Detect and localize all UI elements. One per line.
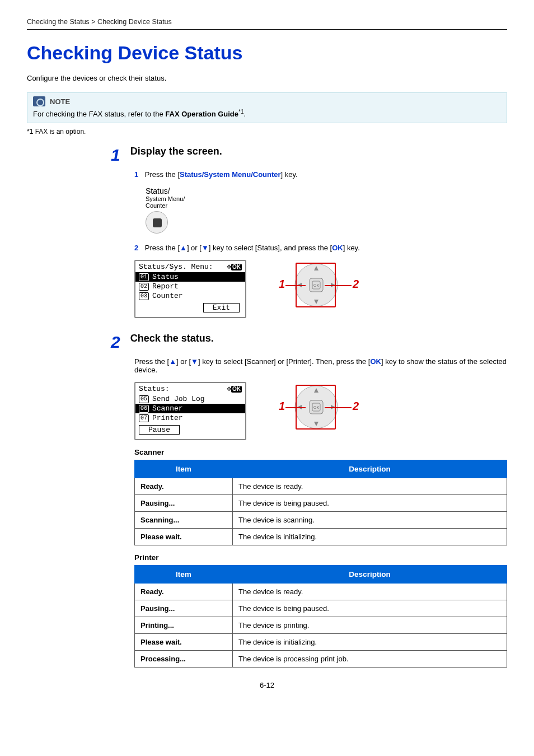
printer-subhead: Printer (134, 553, 507, 562)
text: Press the [ (145, 244, 180, 252)
lcd-row-num: 03 (139, 292, 149, 300)
cell-desc: The device is processing print job. (233, 651, 507, 668)
table-row: Ready.The device is ready. (135, 478, 507, 495)
table-header-item: Item (135, 566, 233, 584)
step2-visual-row: Status: ✥OK 05 Send Job Log 06 Scanner 0… (134, 382, 507, 440)
table-row: Please wait.The device is initializing. (135, 634, 507, 651)
lcd-row-num: 05 (139, 395, 149, 403)
text: ] or [ (187, 244, 202, 252)
lcd-row-num: 01 (139, 273, 149, 281)
step1-sub2: 2 Press the [▲] or [▼] key to select [St… (134, 244, 507, 252)
panel-label2: System Menu/ (146, 195, 206, 202)
page-number: 6-12 (27, 681, 507, 689)
table-row: Pausing...The device is being paused. (135, 600, 507, 617)
nav-diagram-2: OK 1 2 (269, 382, 369, 432)
nav-glyph: ✥OK (227, 384, 242, 393)
intro-text: Configure the devices or check their sta… (27, 74, 507, 82)
lcd-title: Status: (139, 385, 170, 393)
panel-label3: Counter (146, 202, 206, 209)
callout-2: 2 (353, 400, 359, 413)
round-button-icon (146, 211, 168, 234)
cell-item: Pausing... (135, 600, 233, 617)
lcd-row-text: Counter (152, 292, 183, 300)
note-text: For checking the FAX status, refer to th… (33, 110, 165, 118)
scanner-subhead: Scanner (134, 448, 507, 456)
step1-heading: Display the screen. (130, 146, 222, 157)
lcd-row-text: Report (152, 282, 179, 291)
step1-sub1: 1 Press the [Status/System Menu/Counter]… (134, 170, 507, 179)
cell-item: Ready. (135, 584, 233, 600)
note-icon (33, 96, 45, 106)
divider (27, 29, 507, 30)
cell-desc: The device is initializing. (233, 634, 507, 651)
step1-visual-row: Status/Sys. Menu: ✥OK 01 Status 02 Repor… (134, 260, 507, 318)
cell-item: Scanning... (135, 512, 233, 529)
lcd-row-text: Scanner (152, 404, 183, 413)
table-row: Scanning...The device is scanning. (135, 512, 507, 529)
text: Press the [ (134, 357, 169, 366)
scanner-table: Item Description Ready.The device is rea… (134, 460, 507, 545)
lcd-soft-button: Pause (139, 425, 180, 435)
cell-item: Please wait. (135, 529, 233, 545)
callout-2: 2 (353, 278, 359, 291)
note-guide-ref: FAX Operation Guide (165, 110, 238, 118)
table-row: Printing...The device is printing. (135, 617, 507, 634)
note-box: NOTE For checking the FAX status, refer … (27, 92, 507, 123)
hardware-key-label: Status/ System Menu/ Counter (146, 186, 206, 234)
cell-desc: The device is printing. (233, 617, 507, 634)
text: ] key to select [Status], and press the … (209, 244, 332, 252)
breadcrumb: Checking the Status > Checking Device St… (27, 18, 507, 26)
lcd-row-text: Status (152, 273, 179, 281)
footnote: *1 FAX is an option. (27, 128, 507, 136)
table-row: Please wait.The device is initializing. (135, 529, 507, 545)
table-row: Pausing...The device is being paused. (135, 495, 507, 512)
text: ] key. (343, 244, 360, 252)
table-row: Ready.The device is ready. (135, 584, 507, 600)
cell-desc: The device is initializing. (233, 529, 507, 545)
step2-number: 2 (111, 333, 120, 352)
lcd-soft-button: Exit (203, 303, 240, 312)
ok-key: OK (370, 357, 381, 366)
text: Press the [ (145, 170, 180, 179)
page-title: Checking Device Status (27, 42, 507, 64)
callout-1: 1 (279, 400, 285, 413)
callout-1: 1 (279, 278, 285, 291)
cell-item: Ready. (135, 478, 233, 495)
arrow-up-icon: ▲ (169, 357, 176, 366)
cell-item: Processing... (135, 651, 233, 668)
table-header-item: Item (135, 460, 233, 478)
text: ] key. (281, 170, 298, 179)
cell-item: Pausing... (135, 495, 233, 512)
table-header-desc: Description (233, 566, 507, 584)
ok-key: OK (332, 244, 343, 252)
step1-number: 1 (111, 146, 120, 165)
cell-item: Printing... (135, 617, 233, 634)
panel-label1: Status/ (146, 186, 206, 195)
lcd-panel-2: Status: ✥OK 05 Send Job Log 06 Scanner 0… (134, 382, 246, 440)
text: ] key to select [Scanner] or [Printer]. … (198, 357, 371, 366)
key-name: Status/System Menu/Counter (180, 170, 281, 179)
lcd-row-text: Send Job Log (152, 395, 205, 403)
cell-desc: The device is scanning. (233, 512, 507, 529)
cell-item: Please wait. (135, 634, 233, 651)
note-body: For checking the FAX status, refer to th… (27, 106, 507, 123)
nav-diagram-1: OK 1 2 (269, 260, 369, 310)
cell-desc: The device is being paused. (233, 495, 507, 512)
lcd-row-text: Printer (152, 414, 183, 422)
substep-num: 1 (134, 170, 138, 179)
lcd-title: Status/Sys. Menu: (139, 263, 213, 271)
arrow-down-icon: ▼ (191, 357, 198, 366)
substep-num: 2 (134, 244, 138, 252)
step2-text: Press the [▲] or [▼] key to select [Scan… (134, 357, 507, 374)
note-label: NOTE (50, 97, 70, 106)
table-header-desc: Description (233, 460, 507, 478)
cell-desc: The device is ready. (233, 478, 507, 495)
lcd-row-num: 02 (139, 283, 149, 291)
table-row: Processing...The device is processing pr… (135, 651, 507, 668)
arrow-up-icon: ▲ (180, 244, 187, 252)
note-text-end: . (243, 110, 246, 118)
nav-glyph: ✥OK (227, 262, 242, 271)
printer-table: Item Description Ready.The device is rea… (134, 565, 507, 668)
lcd-row-num: 06 (139, 405, 149, 413)
lcd-row-num: 07 (139, 414, 149, 422)
